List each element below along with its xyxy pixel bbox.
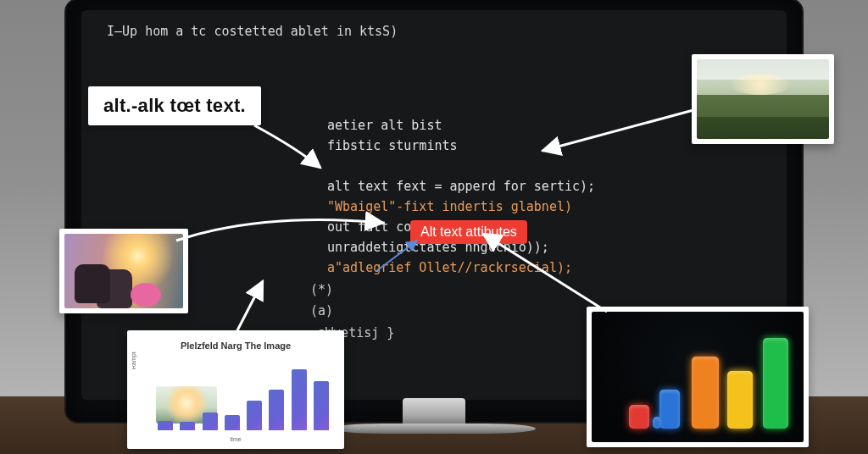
alt-text-attributes-badge: Alt text attibutes: [410, 220, 527, 244]
window-title: I–Up hom a tc costetted ablet in ktsS): [107, 24, 398, 39]
code-line: (a): [310, 303, 333, 318]
chart-bar: [269, 390, 284, 430]
neon-bar-nub: [653, 417, 661, 429]
silhouette-icon: [75, 264, 110, 303]
alt-text-callout: alt.-alk tœt text.: [88, 86, 261, 125]
code-line: (*): [310, 282, 333, 297]
pink-balloon-icon: [131, 283, 161, 307]
code-line: alt text fext = apperd for sertic);: [327, 179, 595, 194]
code-line: "Wbaigel"-fixt indertis glabnel): [327, 199, 572, 214]
bar-chart-light: Plelzfeld Narg The Image Rampt time: [132, 335, 339, 444]
monitor-stand-neck: [403, 398, 465, 427]
chart-plot-area: [153, 359, 331, 430]
neon-bar: [763, 338, 788, 429]
thumbnail-people-sunset: [59, 229, 188, 313]
chart-bar: [158, 421, 173, 430]
chart-y-label: Rampt: [132, 352, 136, 369]
chart-bar: [247, 401, 262, 430]
neon-bar: [659, 390, 680, 429]
scene: I–Up hom a tc costetted ablet in ktsS) a…: [0, 0, 868, 454]
neon-bar: [727, 371, 753, 429]
neon-bar: [692, 357, 719, 429]
chart-bar: [292, 369, 307, 430]
code-block-upper: aetier alt bist fibstic sturmints alt te…: [327, 95, 595, 278]
chart-x-label: time: [132, 436, 339, 442]
code-line: aetier alt bist: [327, 118, 442, 133]
chart-bar: [203, 412, 218, 430]
chart-title: Plelzfeld Narg The Image: [132, 340, 339, 351]
thumbnail-bar-chart-light: Plelzfeld Narg The Image Rampt time: [127, 330, 344, 449]
thumbnail-bar-chart-dark: [587, 307, 809, 447]
code-line: fibstic sturmints: [327, 138, 458, 153]
thumbnail-landscape: [692, 54, 834, 144]
chart-bar: [314, 381, 329, 430]
bar-chart-dark: [592, 312, 804, 442]
neon-bar: [629, 405, 649, 429]
monitor-stand-base: [332, 424, 536, 434]
sun-glow-icon: [731, 75, 790, 95]
thumbnail-landscape-image: [697, 59, 829, 139]
chart-bar: [225, 415, 240, 430]
chart-bar: [180, 422, 195, 430]
thumbnail-people-image: [64, 234, 183, 308]
